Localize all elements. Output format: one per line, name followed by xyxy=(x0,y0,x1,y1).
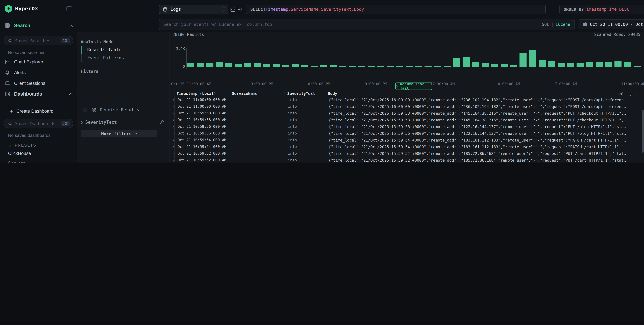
histogram-bar xyxy=(292,64,299,67)
histogram[interactable] xyxy=(186,49,642,67)
chart-line-icon xyxy=(5,59,10,64)
histogram-bar xyxy=(453,58,460,67)
log-row[interactable]: >Oct 21 10:59:58.000 AMinfo{"time_local"… xyxy=(170,117,640,123)
more-filters-button[interactable]: More filters xyxy=(81,130,158,137)
sidebar-collapse-icon[interactable] xyxy=(66,6,72,11)
saved-searches-input[interactable]: Saved Searches ⌘K xyxy=(4,36,73,45)
denoise-checkbox[interactable] xyxy=(83,108,87,112)
histogram-bar xyxy=(624,62,631,67)
resume-live-tail-button[interactable]: Resume Live Tail xyxy=(395,82,432,90)
expand-row-icon[interactable]: > xyxy=(170,123,174,130)
histogram-bar xyxy=(491,64,498,67)
bell-icon xyxy=(5,70,10,75)
x-axis-label: 9:00:00 PM xyxy=(365,82,387,86)
sql-mode-toggle[interactable]: SQL xyxy=(542,22,549,27)
sidebar-item-chart-explorer[interactable]: Chart Explorer xyxy=(0,56,77,67)
expand-row-icon[interactable]: > xyxy=(170,157,174,162)
topbar: Logs <> SELECT Timestamp,ServiceName,Sev… xyxy=(77,0,644,32)
log-row[interactable]: >Oct 21 10:59:52.000 AMinfo{"time_local"… xyxy=(170,150,640,157)
order-by-input[interactable]: ORDER BY TimestampTime DESC xyxy=(559,4,644,14)
log-row[interactable]: >Oct 21 10:59:54.000 AMinfo{"time_local"… xyxy=(170,137,640,144)
analysis-mode-results-table[interactable]: Results Table xyxy=(81,46,124,54)
histogram-bar xyxy=(216,62,223,67)
sidebar-item-dashboards[interactable]: Dashboards xyxy=(0,88,77,99)
analysis-mode-title: Analysis Mode xyxy=(81,39,114,44)
histogram-bar xyxy=(273,64,280,67)
histogram-bar xyxy=(197,63,204,67)
analysis-mode-event-patterns[interactable]: Event Patterns xyxy=(81,54,124,62)
denoise-results-option[interactable]: Denoise Results xyxy=(83,107,139,112)
expand-row-icon[interactable]: > xyxy=(170,117,174,123)
no-saved-dashboards: No saved dashboards xyxy=(0,128,77,139)
histogram-bar xyxy=(520,52,527,67)
sidebar: HyperDX Search Saved Searches ⌘K No save… xyxy=(0,0,77,162)
log-row[interactable]: >Oct 21 10:59:56.000 AMinfo{"time_local"… xyxy=(170,130,640,137)
column-settings-icon[interactable] xyxy=(626,92,631,96)
expand-row-icon[interactable]: > xyxy=(170,110,174,117)
source-select[interactable]: Logs xyxy=(159,4,228,14)
log-row[interactable]: >Oct 21 10:59:56.000 AMinfo{"time_local"… xyxy=(170,123,640,130)
col-body[interactable]: Body xyxy=(324,91,640,97)
histogram-bar xyxy=(462,57,470,67)
app-title: HyperDX xyxy=(15,6,38,12)
expand-row-icon[interactable]: > xyxy=(170,137,174,144)
shortcut-badge: ⌘K xyxy=(61,121,70,126)
presets-toggle[interactable]: PRESETS xyxy=(0,139,77,149)
histogram-bar xyxy=(538,59,546,67)
code-toggle-icon[interactable]: <> xyxy=(230,7,235,12)
event-json-icon[interactable] xyxy=(618,92,623,96)
no-saved-searches: No saved searches xyxy=(0,45,77,56)
table-header: Timestamp (Local) ServiceName SeverityTe… xyxy=(170,91,640,97)
histogram-bar xyxy=(482,63,488,67)
vertical-scrollbar[interactable] xyxy=(642,110,644,153)
sidebar-item-search[interactable]: Search xyxy=(0,20,77,31)
log-row[interactable]: >Oct 21 10:59:54.000 AMinfo{"time_local"… xyxy=(170,144,640,150)
sidebar-item-client-sessions[interactable]: Client Sessions xyxy=(0,78,77,88)
laptop-icon xyxy=(5,80,10,86)
facet-severitytext[interactable]: ❯ SeverityText xyxy=(81,120,164,125)
col-timestamp[interactable]: Timestamp (Local) xyxy=(174,91,228,97)
sql-select-input[interactable]: SELECT Timestamp,ServiceName,SeverityTex… xyxy=(246,4,546,14)
settings-gear-icon[interactable] xyxy=(238,7,243,12)
saved-dashboards-input[interactable]: Saved Dashboards ⌘K xyxy=(4,119,73,128)
expand-row-icon[interactable]: > xyxy=(170,103,174,110)
histogram-bar xyxy=(548,61,555,67)
log-table: >Oct 21 11:00:00.000 AMinfo{"time_local"… xyxy=(170,97,640,162)
chevron-up-icon xyxy=(69,93,73,97)
x-axis-label: 7:00:00 AM xyxy=(555,82,577,86)
log-row[interactable]: >Oct 21 11:00:00.000 AMinfo{"time_local"… xyxy=(170,97,640,103)
lucene-search-input[interactable]: Search your events w/ Lucene ex. column:… xyxy=(159,19,574,30)
histogram-bar xyxy=(254,63,261,67)
histogram-bar xyxy=(529,49,536,67)
select-chevrons-icon xyxy=(222,7,224,12)
expand-row-icon[interactable]: > xyxy=(170,130,174,137)
histogram-bar xyxy=(187,63,194,67)
histogram-bar xyxy=(263,64,270,67)
y-axis-zero-label: 0 xyxy=(175,64,185,69)
date-range-picker[interactable]: Oct 20 11:00:00 - Oct 21 11:00:00 xyxy=(578,19,644,29)
create-dashboard-button[interactable]: + Create Dashboard xyxy=(0,105,77,116)
pin-icon[interactable] xyxy=(160,120,164,124)
log-row[interactable]: >Oct 21 10:59:58.000 AMinfo{"time_local"… xyxy=(170,110,640,117)
histogram-bar xyxy=(558,63,565,67)
download-csv-icon[interactable] xyxy=(634,92,639,96)
expand-row-icon[interactable]: > xyxy=(170,144,174,150)
expand-row-icon[interactable]: > xyxy=(170,97,174,103)
histogram-bar xyxy=(510,65,517,67)
col-severitytext[interactable]: SeverityText xyxy=(284,91,324,97)
histogram-bar xyxy=(605,61,612,67)
histogram-bar xyxy=(301,65,308,67)
expand-row-icon[interactable]: > xyxy=(170,150,174,157)
lucene-mode-toggle[interactable]: Lucene xyxy=(556,22,570,27)
x-axis-label: 11:00:00 AM xyxy=(621,82,644,86)
col-servicename[interactable]: ServiceName xyxy=(228,91,284,97)
results-count: 28180 Results xyxy=(172,32,204,37)
log-row[interactable]: >Oct 21 11:00:00.000 AMinfo{"time_local"… xyxy=(170,103,640,110)
preset-services[interactable]: Services xyxy=(0,158,77,162)
log-row[interactable]: >Oct 21 10:59:52.000 AMinfo{"time_local"… xyxy=(170,157,640,162)
histogram-bar xyxy=(282,65,289,67)
sidebar-item-alerts[interactable]: Alerts xyxy=(0,67,77,78)
x-axis-label: 6:00:00 PM xyxy=(308,82,330,86)
x-axis-label: 3:00:00 PM xyxy=(251,82,273,86)
preset-clickhouse[interactable]: ClickHouse xyxy=(0,149,77,158)
